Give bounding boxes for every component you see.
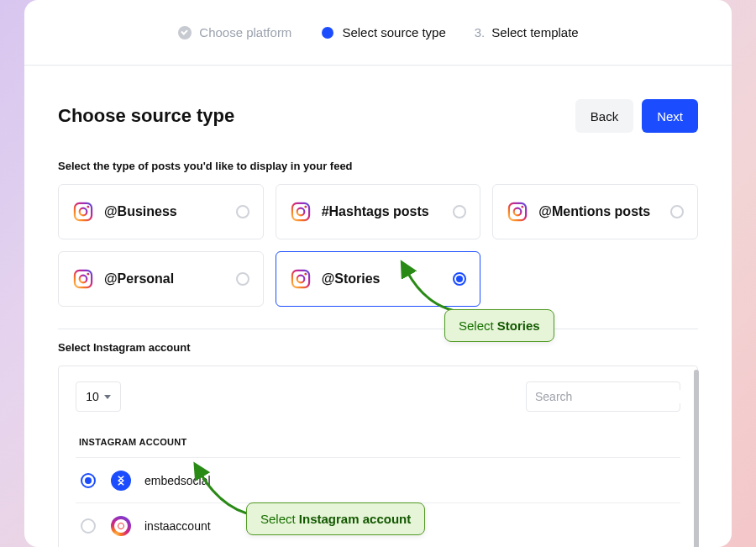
svg-rect-9 — [75, 271, 92, 287]
svg-point-11 — [87, 273, 89, 276]
avatar — [111, 516, 131, 536]
step-label: Choose platform — [199, 25, 291, 39]
radio-icon — [670, 205, 684, 218]
source-type-options: @Business #Hashtags posts @Mention — [58, 184, 698, 307]
panel-topbar: 10 — [76, 381, 680, 412]
page-size-value: 10 — [86, 390, 99, 403]
callout-text: Select — [260, 512, 299, 526]
wizard-card: Choose platform Select source type 3. Se… — [24, 0, 732, 547]
svg-rect-12 — [292, 271, 309, 287]
search-input[interactable] — [535, 390, 682, 403]
instagram-icon — [72, 201, 94, 223]
page-size-select[interactable]: 10 — [76, 381, 121, 412]
radio-icon — [236, 272, 249, 286]
scrollbar[interactable] — [694, 370, 699, 547]
svg-rect-6 — [509, 203, 526, 220]
option-label: @Business — [104, 204, 226, 219]
instagram-icon — [290, 201, 312, 223]
option-business[interactable]: @Business — [58, 184, 264, 239]
back-button[interactable]: Back — [575, 99, 633, 133]
header-row: Choose source type Back Next — [58, 99, 698, 133]
svg-point-14 — [304, 273, 307, 276]
radio-icon — [453, 205, 466, 218]
option-label: @Personal — [104, 271, 226, 287]
next-button[interactable]: Next — [642, 99, 698, 133]
step-select-template[interactable]: 3. Select template — [475, 25, 579, 39]
section-label: Select Instagram account — [58, 341, 698, 354]
table-header: INSTAGRAM ACCOUNT — [76, 437, 680, 458]
svg-point-1 — [80, 208, 87, 216]
radio-icon — [236, 205, 249, 218]
callout-bold: Stories — [497, 318, 540, 333]
svg-point-2 — [87, 206, 89, 208]
instagram-icon — [507, 201, 528, 223]
option-personal[interactable]: @Personal — [58, 251, 264, 307]
callout-stories: Select Stories — [444, 309, 554, 342]
callout-account: Select Instagram account — [246, 502, 425, 535]
instagram-icon — [290, 268, 312, 290]
check-circle-icon — [177, 25, 192, 40]
instagram-icon — [72, 268, 94, 290]
svg-point-4 — [297, 208, 304, 216]
step-choose-platform[interactable]: Choose platform — [177, 25, 291, 40]
option-mentions[interactable]: @Mentions posts — [492, 184, 698, 239]
svg-point-10 — [80, 276, 87, 283]
svg-point-8 — [522, 206, 524, 208]
option-label: @Mentions posts — [538, 204, 660, 219]
page-title: Choose source type — [58, 105, 234, 127]
subtitle: Select the type of posts you'd like to d… — [58, 160, 698, 172]
callout-bold: Instagram account — [299, 512, 411, 526]
stepper: Choose platform Select source type 3. Se… — [24, 0, 732, 66]
step-label: Select source type — [342, 25, 445, 39]
step-active-dot-icon — [320, 25, 335, 40]
option-label: #Hashtags posts — [322, 204, 444, 219]
callout-text: Select — [459, 318, 497, 333]
account-row-embedsocial[interactable]: embedsocial — [76, 458, 680, 503]
divider — [58, 329, 698, 329]
svg-point-7 — [514, 208, 522, 216]
search-box[interactable] — [526, 381, 680, 412]
option-hashtags[interactable]: #Hashtags posts — [276, 184, 481, 239]
radio-icon[interactable] — [81, 518, 96, 534]
step-label: Select template — [491, 25, 578, 39]
svg-rect-0 — [75, 203, 92, 220]
svg-point-5 — [304, 206, 307, 208]
avatar — [111, 471, 131, 491]
content-area: Choose source type Back Next Select the … — [24, 66, 732, 547]
svg-point-13 — [297, 276, 304, 283]
step-select-source-type[interactable]: Select source type — [320, 25, 445, 40]
step-number: 3. — [475, 25, 486, 39]
chevron-down-icon — [104, 395, 111, 399]
action-buttons: Back Next — [575, 99, 698, 133]
radio-icon[interactable] — [81, 473, 96, 488]
svg-rect-3 — [292, 203, 309, 220]
